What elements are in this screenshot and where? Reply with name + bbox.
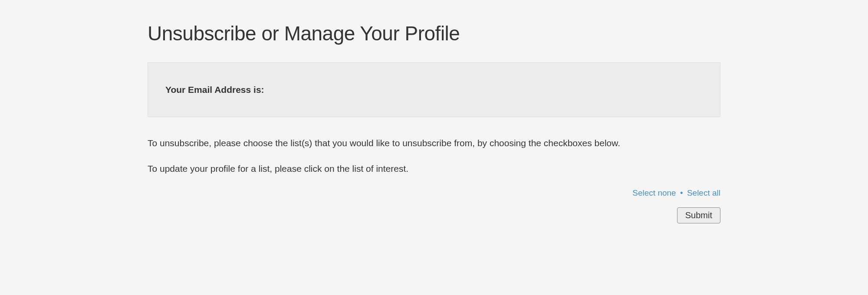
- select-none-link[interactable]: Select none: [632, 188, 676, 197]
- submit-row: Submit: [148, 207, 720, 223]
- submit-button[interactable]: Submit: [677, 207, 720, 223]
- select-all-link[interactable]: Select all: [687, 188, 720, 197]
- select-links-row: Select none • Select all: [148, 188, 720, 198]
- page-title: Unsubscribe or Manage Your Profile: [148, 22, 720, 45]
- select-separator: •: [680, 188, 683, 197]
- instructions-block: To unsubscribe, please choose the list(s…: [148, 137, 720, 175]
- page-container: Unsubscribe or Manage Your Profile Your …: [148, 0, 720, 236]
- instruction-unsubscribe: To unsubscribe, please choose the list(s…: [148, 137, 720, 149]
- instruction-update-profile: To update your profile for a list, pleas…: [148, 162, 720, 175]
- email-address-label: Your Email Address is:: [165, 85, 264, 95]
- email-address-box: Your Email Address is:: [148, 62, 720, 117]
